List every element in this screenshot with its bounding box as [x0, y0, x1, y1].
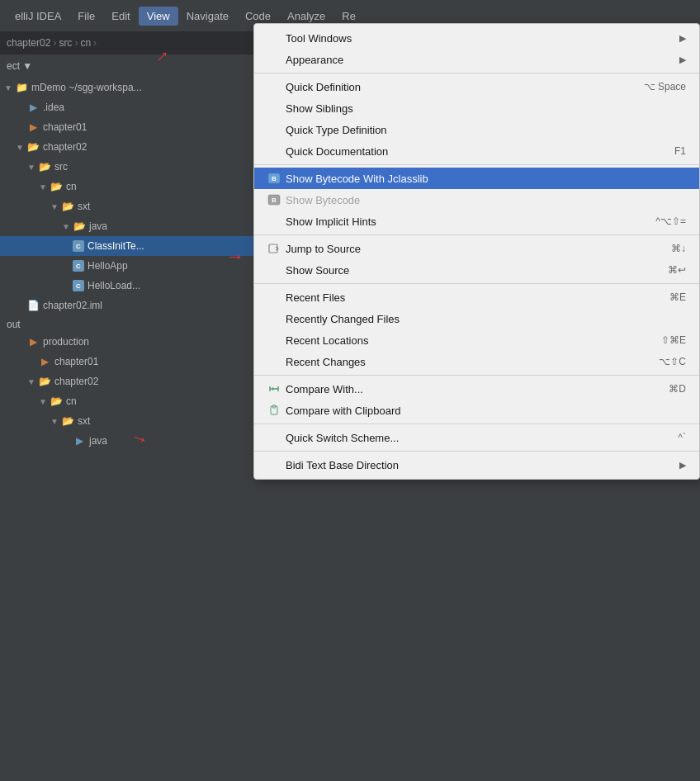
menu-item-label: Show Bytecode [286, 194, 360, 206]
shortcut-label: ⌥⇧C [659, 356, 686, 367]
folder-icon: 📂 [50, 395, 63, 408]
tree-item-cn[interactable]: ▼ 📂 cn [0, 177, 264, 196]
menu-quick-documentation[interactable]: Quick Documentation F1 [254, 140, 699, 162]
empty-icon [267, 312, 281, 325]
menu-item-label: Recent Changes [286, 356, 366, 368]
menu-appearance[interactable]: Appearance ▶ [254, 49, 699, 70]
menu-view[interactable]: View [139, 7, 178, 26]
tree-label: cn [66, 395, 77, 407]
menu-jump-to-source[interactable]: Jump to Source ⌘↓ [254, 238, 699, 259]
breadcrumb-chapter02[interactable]: chapter02 [7, 37, 50, 49]
menu-navigate[interactable]: Navigate [178, 7, 237, 26]
folder-icon: 📂 [50, 180, 63, 193]
jump-source-icon [267, 242, 281, 255]
tree-item-helloapp[interactable]: C HelloApp [0, 256, 264, 276]
folder-icon: ▶ [38, 355, 51, 368]
empty-icon [267, 123, 281, 136]
tree-item-production[interactable]: ▶ production [0, 332, 264, 352]
tree-item-iml[interactable]: 📄 chapter02.iml [0, 296, 264, 315]
menu-show-bytecode[interactable]: B Show Bytecode [254, 189, 699, 211]
menu-file[interactable]: File [69, 7, 103, 26]
menu-tool-windows[interactable]: Tool Windows ▶ [254, 27, 699, 49]
project-root[interactable]: ▼ 📁 mDemo ~/sgg-workspa... [0, 78, 264, 97]
tree-item-chapter02[interactable]: ▼ 📂 chapter02 [0, 137, 264, 157]
menu-show-siblings[interactable]: Show Siblings [254, 97, 699, 119]
file-icon: 📄 [26, 299, 40, 312]
menu-item-label: Bidi Text Base Direction [286, 459, 399, 471]
bytecode2-icon: B [267, 193, 281, 206]
menu-item-label: Show Siblings [286, 102, 353, 115]
menu-item-label: Quick Type Definition [286, 124, 387, 136]
bytecode-icon: B [267, 172, 281, 185]
menu-item-label: Jump to Source [286, 243, 361, 255]
tree-item-prod-chapter02[interactable]: ▼ 📂 chapter02 [0, 372, 264, 391]
tree-item-idea[interactable]: ▶ .idea [0, 97, 264, 117]
empty-icon [267, 215, 281, 228]
menu-bidi-text[interactable]: Bidi Text Base Direction ▶ [254, 454, 699, 476]
project-root-label: mDemo ~/sgg-workspa... [31, 82, 142, 93]
menu-quick-switch-scheme[interactable]: Quick Switch Scheme... ^` [254, 427, 699, 448]
separator-5 [254, 375, 699, 376]
menu-item-label: Compare With... [286, 383, 363, 395]
svg-text:B: B [272, 175, 277, 182]
tree-item-src[interactable]: ▼ 📂 src [0, 157, 264, 177]
separator-7 [254, 451, 699, 452]
menu-show-source[interactable]: Show Source ⌘↩ [254, 259, 699, 281]
tree-item-classinit[interactable]: C ClassInitTe... [0, 236, 264, 256]
clipboard-icon [267, 404, 281, 417]
breadcrumb-cn[interactable]: cn [80, 37, 91, 49]
menu-item-label: Tool Windows [286, 32, 352, 45]
tree-item-helloload[interactable]: C HelloLoad... [0, 276, 264, 296]
folder-icon: ▶ [26, 121, 40, 134]
folder-icon: 📂 [38, 375, 51, 388]
menu-item-label: Compare with Clipboard [286, 405, 400, 417]
menu-quick-definition[interactable]: Quick Definition ⌥ Space [254, 76, 699, 97]
breadcrumb-src[interactable]: src [59, 37, 72, 49]
folder-icon: 📂 [61, 200, 74, 213]
tree-label: chapter02 [54, 376, 98, 387]
tree-item-chapter01[interactable]: ▶ chapter01 [0, 117, 264, 137]
tree-label: chapter01 [54, 356, 98, 367]
tree-label: HelloLoad... [88, 280, 140, 291]
menu-recent-files[interactable]: Recent Files ⌘E [254, 286, 699, 308]
menu-recently-changed-files[interactable]: Recently Changed Files [254, 308, 699, 329]
menu-recent-changes[interactable]: Recent Changes ⌥⇧C [254, 351, 699, 372]
arrow-icon: ▼ [38, 396, 48, 406]
folder-icon: ▶ [26, 101, 40, 114]
menu-show-implicit-hints[interactable]: Show Implicit Hints ^⌥⇧= [254, 211, 699, 232]
shortcut-label: ^` [678, 432, 686, 443]
menu-quick-type-definition[interactable]: Quick Type Definition [254, 119, 699, 140]
compare-icon [267, 382, 281, 395]
shortcut-label: ⌘D [669, 383, 686, 395]
tree-label: chapter01 [43, 121, 87, 133]
menu-edit[interactable]: Edit [103, 7, 138, 26]
empty-icon [267, 291, 281, 304]
menu-item-label: Appearance [286, 54, 343, 66]
menu-item-label: Show Bytecode With Jclasslib [286, 173, 428, 185]
folder-icon: ▶ [73, 434, 86, 447]
tree-item-prod-chapter01[interactable]: ▶ chapter01 [0, 352, 264, 372]
tree-item-prod-java[interactable]: ▶ java [0, 431, 264, 451]
tree-label: chapter02.iml [43, 300, 102, 311]
tree-item-prod-sxt[interactable]: ▼ 📂 sxt [0, 411, 264, 431]
project-panel: ect ▼ ▼ 📁 mDemo ~/sgg-workspa... ▶ .idea… [0, 54, 264, 781]
menu-intellij[interactable]: elliJ IDEA [7, 7, 69, 26]
class-icon: C [73, 260, 84, 272]
menu-compare-with[interactable]: Compare With... ⌘D [254, 378, 699, 400]
menu-recent-locations[interactable]: Recent Locations ⇧⌘E [254, 329, 699, 351]
tree-label: java [89, 220, 107, 232]
view-menu-dropdown: Tool Windows ▶ Appearance ▶ Quick Defini… [253, 23, 700, 480]
tree-item-sxt[interactable]: ▼ 📂 sxt [0, 196, 264, 216]
menu-item-label: Show Source [286, 264, 349, 277]
tree-item-prod-cn[interactable]: ▼ 📂 cn [0, 391, 264, 411]
tree-label: java [89, 435, 107, 447]
empty-icon [267, 80, 281, 93]
menu-show-bytecode-jclasslib[interactable]: B Show Bytecode With Jclasslib [254, 168, 699, 189]
tree-label: chapter02 [43, 141, 87, 153]
tree-item-java[interactable]: ▼ 📂 java [0, 216, 264, 236]
menu-item-label: Recent Files [286, 291, 345, 304]
menu-item-label: Quick Switch Scheme... [286, 432, 399, 444]
menu-compare-clipboard[interactable]: Compare with Clipboard [254, 400, 699, 421]
empty-icon [267, 31, 281, 45]
empty-icon [267, 263, 281, 277]
